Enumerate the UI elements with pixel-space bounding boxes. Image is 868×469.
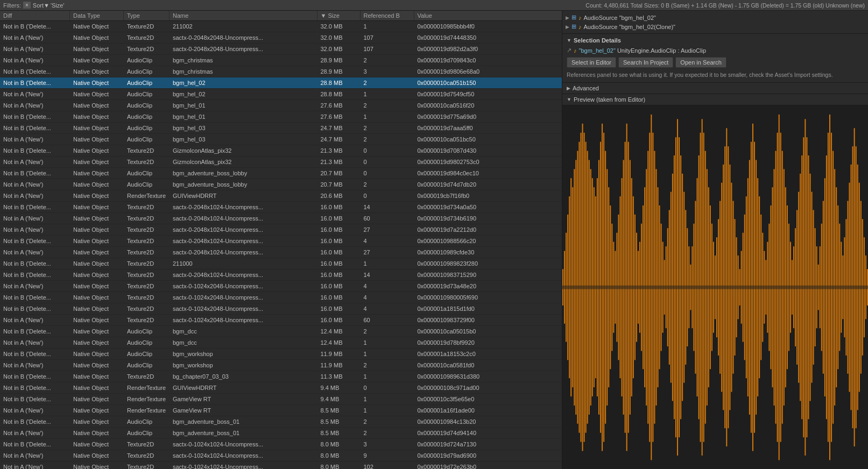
td-type: AudioClip [124,134,170,145]
tree-item-label-1: AudioSource "bgm_hel_02" [584,15,656,21]
td-type: Texture2D [124,224,170,235]
td-value: 0x0000019d74d94140 [414,428,562,438]
table-row[interactable]: Not in B ('Delete... Native Object Rende… [0,394,562,405]
select-in-editor-button[interactable]: Select in Editor [567,57,616,68]
preview-header[interactable]: ▼ Preview (taken from Editor) [562,94,868,105]
table-row[interactable]: Not in A ('New') Native Object Texture2D… [0,32,562,44]
td-size: 11.9 MB [317,349,361,359]
td-name: sactx-0-1024x2048-Uncompress... [170,315,317,325]
td-type: AudioClip [124,428,170,438]
table-row[interactable]: Not in A ('New') Native Object Texture2D… [0,224,562,236]
th-diff[interactable]: Diff [0,11,70,20]
table-row[interactable]: Not in A ('New') Native Object AudioClip… [0,134,562,145]
asset-tree-item-2[interactable]: ▶ ⊞ ♪ AudioSource "bgm_hel_02(Clone)" [566,22,865,31]
table-row[interactable]: Not in B ('Delete... Native Object Textu… [0,292,562,303]
search-in-project-button[interactable]: Search In Project [618,57,673,68]
tree-icon-2: ⊞ [571,23,576,30]
selection-description: References panel to see what is using it… [567,71,864,79]
td-size: 11.9 MB [317,360,361,371]
td-value: 0x0000019d734b6190 [414,213,562,224]
selection-details-header[interactable]: ▼ Selection Details [567,37,864,44]
table-row[interactable]: Not in A ('New') Native Object AudioClip… [0,100,562,111]
table-row[interactable]: Not in A ('New') Native Object Texture2D… [0,44,562,55]
table-row[interactable]: Not in A ('New') Native Object AudioClip… [0,89,562,100]
td-type: AudioClip [124,111,170,122]
td-name: bgm_hel_01 [170,100,317,111]
td-name: 211000 [170,258,317,269]
table-row[interactable]: Not in A ('New') Native Object RenderTex… [0,405,562,416]
table-row[interactable]: Not in B ('Delete... Native Object Audio… [0,77,562,89]
table-row[interactable]: Not in A ('New') Native Object RenderTex… [0,190,562,202]
table-row[interactable]: Not in A ('New') Native Object AudioClip… [0,428,562,439]
td-diff: Not in B ('Delete... [0,202,70,212]
filter-bar: Filters: × Sort▼ 'Size' Count: 4,480,661… [0,0,868,11]
th-type[interactable]: Type [124,11,170,20]
table-row[interactable]: Not in B ('Delete... Native Object Textu… [0,202,562,213]
filters-label: Filters: [3,2,21,9]
td-value: 0x000019cb7f16fb0 [414,190,562,201]
filter-close-button[interactable]: × [23,2,31,9]
td-size: 28.8 MB [317,77,361,88]
selection-icon-row: ↗ ♪ "bgm_hel_02" UnityEngine.AudioClip :… [567,47,864,54]
table-row[interactable]: Not in B ('Delete... Native Object Textu… [0,236,562,247]
table-row[interactable]: Not in B ('Delete... Native Object Audio… [0,66,562,77]
td-size: 9.4 MB [317,382,361,393]
table-row[interactable]: Not in B ('Delete... Native Object Audio… [0,168,562,179]
td-size: 12.4 MB [317,326,361,337]
td-datatype: Native Object [70,111,124,122]
table-row[interactable]: Not in B ('Delete... Native Object Audio… [0,326,562,337]
table-row[interactable]: Not in B ('Delete... Native Object Textu… [0,145,562,157]
td-datatype: Native Object [70,382,124,393]
table-row[interactable]: Not in B ('Delete... Native Object Rende… [0,382,562,394]
td-datatype: Native Object [70,428,124,438]
table-row[interactable]: Not in B ('Delete... Native Object Textu… [0,258,562,269]
td-diff: Not in A ('New') [0,44,70,54]
table-row[interactable]: Not in A ('New') Native Object Texture2D… [0,247,562,258]
open-in-search-button[interactable]: Open in Search [675,57,726,68]
table-row[interactable]: Not in A ('New') Native Object Texture2D… [0,461,562,469]
th-name[interactable]: Name [170,11,317,20]
table-row[interactable]: Not in A ('New') Native Object Texture2D… [0,157,562,168]
table-row[interactable]: Not in B ('Delete... Native Object Textu… [0,439,562,450]
main-layout: Diff Data Type Type Name ▼ Size Referenc… [0,11,868,469]
th-referenced[interactable]: Referenced B [361,11,414,20]
advanced-header[interactable]: ▶ Advanced [567,85,864,91]
table-row[interactable]: Not in B ('Delete... Native Object Textu… [0,303,562,315]
table-row[interactable]: Not in B ('Delete... Native Object Audio… [0,123,562,134]
th-size[interactable]: ▼ Size [317,11,361,20]
table-row[interactable]: Not in B ('Delete... Native Object Audio… [0,416,562,428]
td-value: 0x000000108c971ad00 [414,382,562,393]
td-diff: Not in A ('New') [0,450,70,461]
table-body[interactable]: Not in B ('Delete... Native Object Textu… [0,21,562,469]
table-row[interactable]: Not in A ('New') Native Object AudioClip… [0,337,562,349]
table-row[interactable]: Not in A ('New') Native Object AudioClip… [0,179,562,190]
td-name: sactx-0-1024x2048-Uncompress... [170,303,317,314]
table-row[interactable]: Not in B ('Delete... Native Object Audio… [0,349,562,360]
td-datatype: Native Object [70,168,124,179]
td-value: 0x0000019d734a0a50 [414,202,562,212]
th-datatype[interactable]: Data Type [70,11,124,20]
table-row[interactable]: Not in B ('Delete... Native Object Audio… [0,111,562,123]
td-size: 24.7 MB [317,123,361,133]
td-name: bgm_workshop [170,349,317,359]
table-row[interactable]: Not in A ('New') Native Object Texture2D… [0,450,562,461]
table-row[interactable]: Not in A ('New') Native Object Texture2D… [0,213,562,224]
table-row[interactable]: Not in A ('New') Native Object AudioClip… [0,360,562,371]
table-row[interactable]: Not in B ('Delete... Native Object Textu… [0,371,562,382]
table-row[interactable]: Not in A ('New') Native Object Texture2D… [0,281,562,292]
table-row[interactable]: Not in B ('Delete... Native Object Textu… [0,269,562,281]
table-row[interactable]: Not in B ('Delete... Native Object Textu… [0,21,562,32]
td-diff: Not in B ('Delete... [0,66,70,77]
filter-sort[interactable]: Sort▼ 'Size' [33,2,65,9]
td-size: 16.0 MB [317,269,361,280]
selection-asset-label: "bgm_hel_02" UnityEngine.AudioClip : Aud… [579,47,707,54]
asset-tree-item-1[interactable]: ▶ ⊞ ♪ AudioSource "bgm_hel_02" [566,13,865,22]
th-value[interactable]: Value [414,11,562,20]
td-refb: 1 [361,405,414,416]
td-value: 0x0000010ca0516f20 [414,100,562,111]
table-row[interactable]: Not in A ('New') Native Object AudioClip… [0,55,562,66]
td-refb: 1 [361,371,414,382]
table-row[interactable]: Not in A ('New') Native Object Texture2D… [0,315,562,326]
td-name: bgm_hel_02 [170,77,317,88]
td-name: GizmoIconAtlas_pix32 [170,157,317,167]
